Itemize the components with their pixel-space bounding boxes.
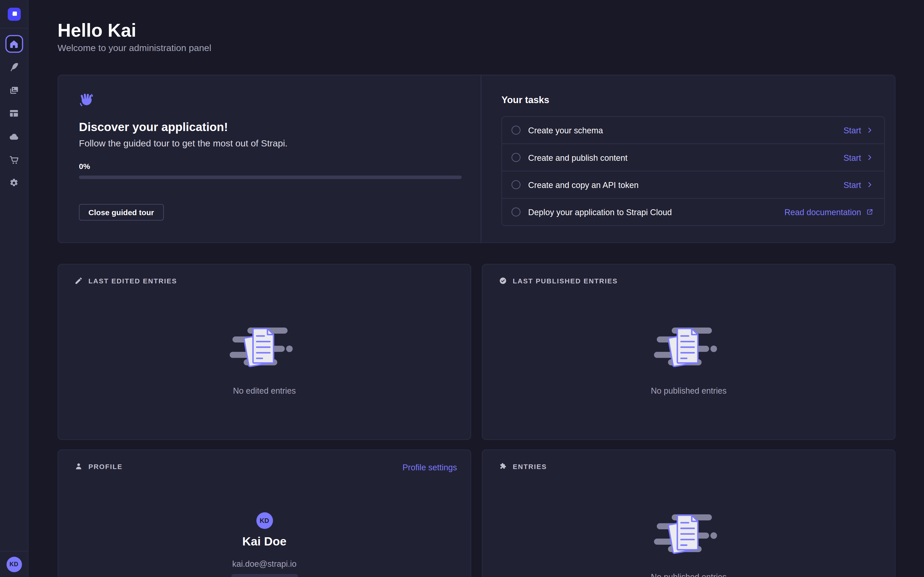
task-label: Create your schema [528,126,844,135]
home-icon [8,38,19,50]
empty-state-text: No published entries [483,386,895,395]
profile-email: kai.doe@strapi.io [58,559,471,569]
profile-settings-link[interactable]: Profile settings [402,463,457,472]
card-title: LAST PUBLISHED ENTRIES [513,277,618,284]
task-status-circle [512,208,520,216]
profile-role-badge [231,574,298,577]
task-row-deploy-cloud[interactable]: Deploy your application to Strapi Cloud … [502,199,884,226]
gear-icon [8,177,19,188]
task-label: Create and publish content [528,153,844,162]
last-published-entries-card: LAST PUBLISHED ENTRIES [482,264,895,440]
last-edited-entries-card: LAST EDITED ENTRIES [58,264,471,440]
external-link-icon [866,208,874,216]
task-status-circle [512,126,520,135]
waving-hand-icon [78,93,94,108]
empty-documents-illustration [654,511,724,558]
page-title: Hello Kai [58,20,136,42]
chevron-right-icon [866,154,874,161]
card-title: LAST EDITED ENTRIES [89,277,177,284]
profile-avatar-initials: KD [260,517,269,524]
strapi-logo[interactable] [7,8,21,21]
feather-pen-icon [8,61,19,73]
empty-state-text: No edited entries [58,386,471,395]
user-avatar[interactable]: KD [6,556,21,572]
task-label: Create and copy an API token [528,180,844,190]
guided-tour-card: Discover your application! Follow the gu… [58,75,895,243]
sidebar-divider [0,28,28,29]
sidebar-item-settings[interactable] [5,174,23,191]
task-label: Deploy your application to Strapi Cloud [528,207,784,217]
card-header: LAST EDITED ENTRIES [74,276,177,285]
profile-card: PROFILE Profile settings KD Kai Doe kai.… [58,450,471,577]
images-icon [8,84,19,96]
card-header: ENTRIES [498,462,547,471]
card-vertical-divider [481,76,481,243]
sidebar-item-home[interactable] [5,35,23,53]
task-status-circle [512,153,520,162]
read-documentation-link[interactable]: Read documentation [784,207,874,217]
task-start-link[interactable]: Start [844,180,874,190]
profile-avatar: KD [256,513,273,529]
puzzle-icon [498,462,507,471]
sidebar-item-marketplace[interactable] [5,150,23,168]
card-header: PROFILE [74,462,123,471]
card-title: ENTRIES [513,463,547,470]
person-icon [74,462,83,471]
guided-tour-subtitle: Follow the guided tour to get the most o… [79,138,288,149]
task-row-create-schema[interactable]: Create your schema Start [502,117,884,144]
sidebar: KD [0,0,29,577]
task-action-label: Read documentation [784,207,861,217]
main-content: Hello Kai Welcome to your administration… [29,0,924,577]
chevron-right-icon [866,126,874,134]
check-circle-icon [498,276,507,285]
pencil-icon [74,276,83,285]
empty-documents-illustration [229,324,299,371]
progress-bar [79,176,462,179]
strapi-admin-dashboard: KD Hello Kai Welcome to your administrat… [0,0,924,577]
cart-icon [8,154,19,165]
card-title: PROFILE [89,463,123,470]
progress-label: 0% [79,162,90,171]
task-action-label: Start [844,126,861,135]
sidebar-item-deploy-cloud[interactable] [5,127,23,145]
entries-card: ENTRIES [482,450,895,577]
sidebar-item-content-manager[interactable] [5,58,23,76]
layout-icon [8,108,19,119]
empty-state-text: No published entries [483,572,895,577]
tasks-title: Your tasks [502,95,549,106]
task-list: Create your schema Start Create and publ… [502,116,885,226]
chevron-right-icon [866,181,874,189]
task-action-label: Start [844,180,861,190]
task-row-api-token[interactable]: Create and copy an API token Start [502,171,884,198]
cloud-icon [8,131,19,142]
sidebar-item-media-library[interactable] [5,81,23,99]
empty-documents-illustration [654,324,724,371]
card-header: LAST PUBLISHED ENTRIES [498,276,618,285]
task-start-link[interactable]: Start [844,126,874,135]
task-start-link[interactable]: Start [844,153,874,162]
page-subtitle: Welcome to your administration panel [58,43,211,53]
user-avatar-initials: KD [10,561,18,567]
task-status-circle [512,180,520,189]
guided-tour-title: Discover your application! [79,120,228,134]
close-guided-tour-button[interactable]: Close guided tour [79,204,163,221]
strapi-logo-icon [9,9,19,20]
sidebar-nav [5,35,23,191]
task-row-publish-content[interactable]: Create and publish content Start [502,144,884,171]
profile-name: Kai Doe [58,535,471,548]
sidebar-item-content-type-builder[interactable] [5,105,23,122]
sidebar-footer: KD [0,551,28,577]
task-action-label: Start [844,153,861,162]
